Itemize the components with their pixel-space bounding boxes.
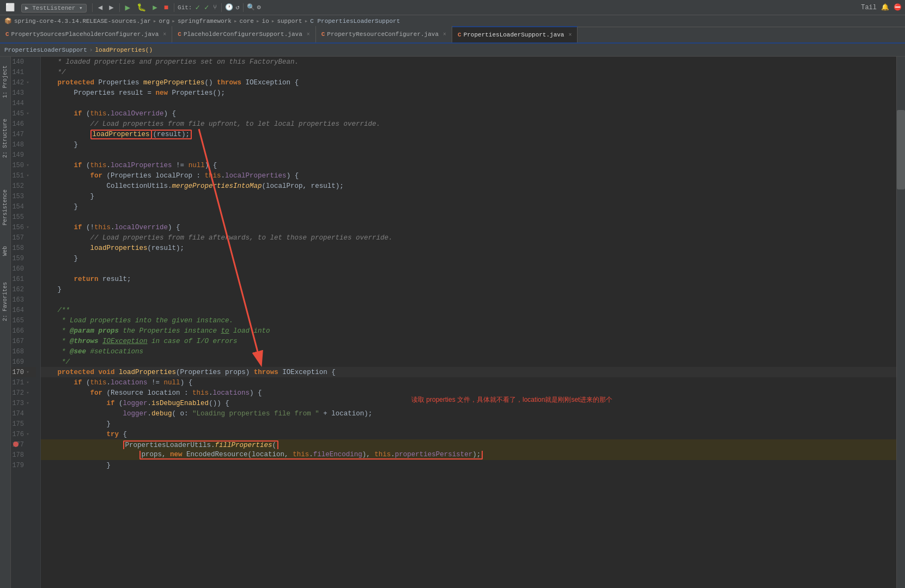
line-153: 153	[11, 191, 36, 201]
notification-icon[interactable]: 🔔	[881, 3, 889, 11]
git-check2-icon[interactable]: ✓	[204, 3, 209, 12]
error-icon[interactable]: ⛔	[894, 3, 902, 11]
filepath-bar: PropertiesLoaderSupport › loadProperties…	[0, 44, 905, 57]
code-content[interactable]: * loaded properties and properties set o…	[41, 57, 896, 588]
filepath-class[interactable]: PropertiesLoaderSupport	[4, 47, 87, 53]
code-line-163	[41, 295, 896, 305]
line-144: 144	[11, 98, 36, 108]
toolbar: ⬜ ▶ TestListener ▾ ◀ ▶ ▶ 🐛 ▶ ■ Git: ✓ ✓ …	[0, 0, 905, 15]
code-line-141: */	[41, 67, 896, 77]
debug-button[interactable]: 🐛	[135, 2, 148, 13]
tab-close-1[interactable]: ×	[163, 32, 166, 38]
tabs-bar: C PropertySourcesPlaceholderConfigurer.j…	[0, 27, 905, 44]
breadcrumb-jar[interactable]: spring-core-4.3.14.RELEASE-sources.jar	[14, 18, 151, 24]
stop-button[interactable]: ■	[162, 2, 171, 13]
line-143: 143	[11, 88, 36, 98]
line-161: 161	[11, 274, 36, 284]
code-line-152: CollectionUtils.mergePropertiesIntoMap(l…	[41, 181, 896, 191]
back-icon[interactable]: ◀	[96, 2, 105, 13]
run-with-coverage[interactable]: ▶	[150, 2, 159, 13]
breadcrumb-io[interactable]: io	[262, 18, 269, 24]
refresh-icon[interactable]: ↺	[235, 3, 239, 11]
scrollbar-thumb[interactable]	[897, 110, 905, 189]
tab-property-resource[interactable]: C PropertyResourceConfigurer.java ×	[316, 26, 452, 42]
line-150: 150▾	[11, 160, 36, 170]
code-line-145: if (this.localOverride) {	[41, 108, 896, 119]
line-159: 159	[11, 253, 36, 264]
line-152: 152	[11, 181, 36, 191]
tab-label-4: PropertiesLoaderSupport.java	[464, 32, 564, 38]
line-179: 179	[11, 460, 36, 470]
tail-label: Tail	[861, 4, 877, 11]
java-icon-2: C	[178, 31, 181, 38]
line-147: 147	[11, 129, 36, 139]
breadcrumb-class[interactable]: C PropertiesLoaderSupport	[310, 18, 400, 24]
main-layout: 1: Project 2: Structure Persistence Web …	[0, 57, 905, 588]
code-line-142: protected Properties mergeProperties() t…	[41, 77, 896, 88]
line-154: 154	[11, 201, 36, 212]
tab-close-2[interactable]: ×	[307, 32, 310, 38]
breadcrumb-support[interactable]: support	[277, 18, 302, 24]
code-line-140: * loaded properties and properties set o…	[41, 57, 896, 67]
code-lines: * loaded properties and properties set o…	[41, 57, 896, 470]
sidebar-favorites[interactable]: 2: Favorites	[1, 278, 9, 326]
breadcrumb-core[interactable]: core	[240, 18, 254, 24]
to-text: to	[221, 327, 229, 335]
code-line-167: * @throws IOException in case of I/O err…	[41, 336, 896, 346]
code-line-169: */	[41, 357, 896, 367]
forward-icon[interactable]: ▶	[107, 2, 116, 13]
code-line-179: }	[41, 460, 896, 470]
tab-label-2: PlaceholderConfigurerSupport.java	[184, 31, 302, 38]
line-162: 162	[11, 284, 36, 295]
sidebar-web[interactable]: Web	[1, 242, 9, 260]
java-icon-3: C	[321, 31, 325, 38]
fill-properties-call: PropertiesLoaderUtils.fillProperties(	[123, 440, 279, 449]
git-check-icon[interactable]: ✓	[195, 3, 199, 12]
line-163: 163	[11, 295, 36, 305]
code-line-158: loadProperties(result);	[41, 243, 896, 253]
code-line-155	[41, 212, 896, 222]
code-line-177: PropertiesLoaderUtils.fillProperties(	[41, 439, 896, 450]
code-line-153: }	[41, 191, 896, 201]
search-icon[interactable]: 🔍	[247, 3, 255, 11]
line-164: 164	[11, 305, 36, 315]
sidebar-persistence[interactable]: Persistence	[1, 185, 9, 230]
sidebar-project[interactable]: 1: Project	[1, 61, 9, 102]
clock-icon: 🕐	[225, 3, 233, 11]
tab-label-3: PropertyResourceConfigurer.java	[327, 31, 439, 38]
line-175: 175	[11, 419, 36, 429]
code-line-178: props, new EncodedResource(location, thi…	[41, 450, 896, 460]
project-icon[interactable]: ⬜	[3, 2, 17, 13]
sidebar-structure[interactable]: 2: Structure	[1, 114, 9, 162]
tab-placeholder[interactable]: C PlaceholderConfigurerSupport.java ×	[172, 26, 315, 42]
code-line-156: if (!this.localOverride) {	[41, 222, 896, 232]
run-button[interactable]: ▶	[123, 1, 133, 14]
breadcrumb-org[interactable]: org	[159, 18, 169, 24]
line-174: 174	[11, 408, 36, 419]
tab-close-3[interactable]: ×	[443, 32, 446, 38]
tab-property-sources[interactable]: C PropertySourcesPlaceholderConfigurer.j…	[0, 26, 172, 42]
scrollbar-track[interactable]	[896, 57, 905, 588]
line-170: 170▾	[11, 367, 36, 377]
code-line-168: * @see #setLocations	[41, 346, 896, 357]
chinese-annotation: 读取 properties 文件，具体就不看了，location就是刚刚set进…	[411, 395, 612, 405]
tab-close-4[interactable]: ×	[568, 32, 572, 38]
filepath-method[interactable]: loadProperties()	[95, 47, 153, 53]
code-line-149	[41, 150, 896, 160]
line-177: 177	[11, 439, 36, 450]
code-line-166: * @param props the Properties instance t…	[41, 326, 896, 336]
code-line-164: /**	[41, 305, 896, 315]
code-line-150: if (this.localProperties != null) {	[41, 160, 896, 170]
line-146: 146	[11, 119, 36, 129]
java-icon-4: C	[458, 32, 461, 38]
line-140: 140	[11, 57, 36, 67]
tab-properties-loader[interactable]: C PropertiesLoaderSupport.java ×	[452, 26, 578, 42]
line-171: 171▾	[11, 377, 36, 388]
line-178: 178	[11, 450, 36, 460]
settings-icon[interactable]: ⚙	[257, 3, 261, 11]
run-config-dropdown[interactable]: ▶ TestListener ▾	[19, 2, 89, 13]
line-145: 145▾	[11, 108, 36, 119]
breadcrumb-springframework[interactable]: springframework	[178, 18, 232, 24]
line-168: 168	[11, 346, 36, 357]
git-branch-icon[interactable]: ⑂	[213, 4, 217, 11]
